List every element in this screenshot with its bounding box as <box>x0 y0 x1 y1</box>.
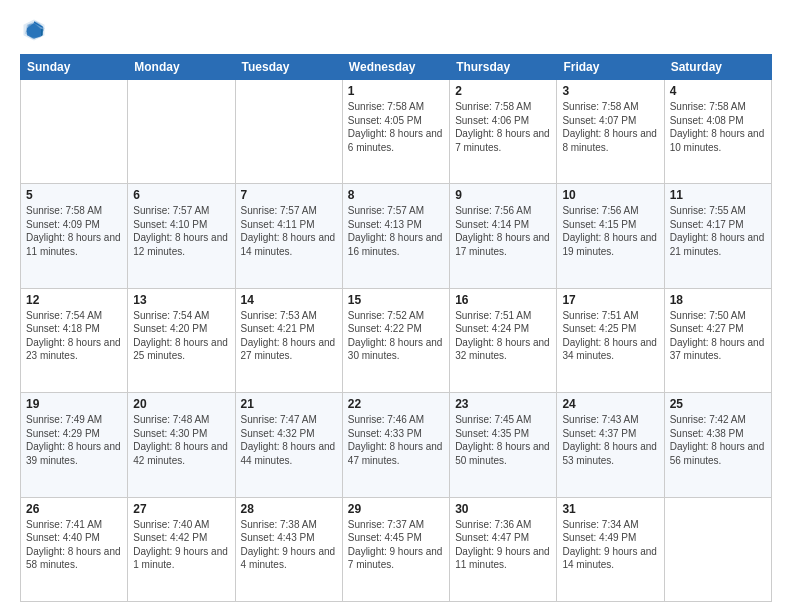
day-number: 28 <box>241 502 337 516</box>
day-number: 3 <box>562 84 658 98</box>
day-number: 2 <box>455 84 551 98</box>
day-info: Sunrise: 7:38 AM Sunset: 4:43 PM Dayligh… <box>241 518 337 572</box>
calendar-week-2: 5Sunrise: 7:58 AM Sunset: 4:09 PM Daylig… <box>21 184 772 288</box>
calendar-cell <box>235 80 342 184</box>
day-info: Sunrise: 7:45 AM Sunset: 4:35 PM Dayligh… <box>455 413 551 467</box>
weekday-header-friday: Friday <box>557 55 664 80</box>
day-number: 17 <box>562 293 658 307</box>
calendar-cell: 25Sunrise: 7:42 AM Sunset: 4:38 PM Dayli… <box>664 393 771 497</box>
day-number: 8 <box>348 188 444 202</box>
calendar-cell: 2Sunrise: 7:58 AM Sunset: 4:06 PM Daylig… <box>450 80 557 184</box>
calendar-cell: 7Sunrise: 7:57 AM Sunset: 4:11 PM Daylig… <box>235 184 342 288</box>
calendar-cell: 15Sunrise: 7:52 AM Sunset: 4:22 PM Dayli… <box>342 288 449 392</box>
calendar-cell: 29Sunrise: 7:37 AM Sunset: 4:45 PM Dayli… <box>342 497 449 601</box>
calendar-cell: 6Sunrise: 7:57 AM Sunset: 4:10 PM Daylig… <box>128 184 235 288</box>
calendar-table: SundayMondayTuesdayWednesdayThursdayFrid… <box>20 54 772 602</box>
calendar-cell: 22Sunrise: 7:46 AM Sunset: 4:33 PM Dayli… <box>342 393 449 497</box>
calendar-cell: 30Sunrise: 7:36 AM Sunset: 4:47 PM Dayli… <box>450 497 557 601</box>
day-info: Sunrise: 7:58 AM Sunset: 4:07 PM Dayligh… <box>562 100 658 154</box>
calendar-cell: 23Sunrise: 7:45 AM Sunset: 4:35 PM Dayli… <box>450 393 557 497</box>
calendar-cell: 16Sunrise: 7:51 AM Sunset: 4:24 PM Dayli… <box>450 288 557 392</box>
day-info: Sunrise: 7:52 AM Sunset: 4:22 PM Dayligh… <box>348 309 444 363</box>
day-number: 14 <box>241 293 337 307</box>
calendar-cell: 5Sunrise: 7:58 AM Sunset: 4:09 PM Daylig… <box>21 184 128 288</box>
day-number: 9 <box>455 188 551 202</box>
calendar-cell: 10Sunrise: 7:56 AM Sunset: 4:15 PM Dayli… <box>557 184 664 288</box>
day-info: Sunrise: 7:49 AM Sunset: 4:29 PM Dayligh… <box>26 413 122 467</box>
day-info: Sunrise: 7:37 AM Sunset: 4:45 PM Dayligh… <box>348 518 444 572</box>
day-info: Sunrise: 7:48 AM Sunset: 4:30 PM Dayligh… <box>133 413 229 467</box>
day-number: 4 <box>670 84 766 98</box>
calendar-cell: 21Sunrise: 7:47 AM Sunset: 4:32 PM Dayli… <box>235 393 342 497</box>
weekday-header-tuesday: Tuesday <box>235 55 342 80</box>
calendar-cell <box>21 80 128 184</box>
calendar-cell: 27Sunrise: 7:40 AM Sunset: 4:42 PM Dayli… <box>128 497 235 601</box>
weekday-header-monday: Monday <box>128 55 235 80</box>
day-info: Sunrise: 7:55 AM Sunset: 4:17 PM Dayligh… <box>670 204 766 258</box>
day-number: 23 <box>455 397 551 411</box>
day-number: 16 <box>455 293 551 307</box>
day-number: 24 <box>562 397 658 411</box>
calendar-cell: 4Sunrise: 7:58 AM Sunset: 4:08 PM Daylig… <box>664 80 771 184</box>
day-number: 22 <box>348 397 444 411</box>
page: SundayMondayTuesdayWednesdayThursdayFrid… <box>0 0 792 612</box>
calendar-week-4: 19Sunrise: 7:49 AM Sunset: 4:29 PM Dayli… <box>21 393 772 497</box>
day-number: 6 <box>133 188 229 202</box>
day-number: 15 <box>348 293 444 307</box>
calendar-cell: 24Sunrise: 7:43 AM Sunset: 4:37 PM Dayli… <box>557 393 664 497</box>
day-number: 21 <box>241 397 337 411</box>
calendar-week-5: 26Sunrise: 7:41 AM Sunset: 4:40 PM Dayli… <box>21 497 772 601</box>
calendar-cell: 31Sunrise: 7:34 AM Sunset: 4:49 PM Dayli… <box>557 497 664 601</box>
day-number: 30 <box>455 502 551 516</box>
day-number: 10 <box>562 188 658 202</box>
calendar-cell <box>664 497 771 601</box>
day-info: Sunrise: 7:56 AM Sunset: 4:14 PM Dayligh… <box>455 204 551 258</box>
day-info: Sunrise: 7:57 AM Sunset: 4:13 PM Dayligh… <box>348 204 444 258</box>
day-info: Sunrise: 7:42 AM Sunset: 4:38 PM Dayligh… <box>670 413 766 467</box>
day-info: Sunrise: 7:58 AM Sunset: 4:06 PM Dayligh… <box>455 100 551 154</box>
calendar-week-1: 1Sunrise: 7:58 AM Sunset: 4:05 PM Daylig… <box>21 80 772 184</box>
day-number: 20 <box>133 397 229 411</box>
calendar-cell: 20Sunrise: 7:48 AM Sunset: 4:30 PM Dayli… <box>128 393 235 497</box>
calendar-cell: 3Sunrise: 7:58 AM Sunset: 4:07 PM Daylig… <box>557 80 664 184</box>
day-info: Sunrise: 7:51 AM Sunset: 4:25 PM Dayligh… <box>562 309 658 363</box>
logo-icon <box>20 16 48 44</box>
day-number: 5 <box>26 188 122 202</box>
day-info: Sunrise: 7:58 AM Sunset: 4:09 PM Dayligh… <box>26 204 122 258</box>
header <box>20 16 772 44</box>
day-info: Sunrise: 7:50 AM Sunset: 4:27 PM Dayligh… <box>670 309 766 363</box>
day-number: 11 <box>670 188 766 202</box>
calendar-cell: 17Sunrise: 7:51 AM Sunset: 4:25 PM Dayli… <box>557 288 664 392</box>
day-number: 13 <box>133 293 229 307</box>
day-number: 18 <box>670 293 766 307</box>
weekday-header-sunday: Sunday <box>21 55 128 80</box>
day-number: 26 <box>26 502 122 516</box>
day-info: Sunrise: 7:40 AM Sunset: 4:42 PM Dayligh… <box>133 518 229 572</box>
logo <box>20 16 52 44</box>
day-info: Sunrise: 7:57 AM Sunset: 4:11 PM Dayligh… <box>241 204 337 258</box>
calendar-cell: 28Sunrise: 7:38 AM Sunset: 4:43 PM Dayli… <box>235 497 342 601</box>
day-info: Sunrise: 7:34 AM Sunset: 4:49 PM Dayligh… <box>562 518 658 572</box>
day-info: Sunrise: 7:41 AM Sunset: 4:40 PM Dayligh… <box>26 518 122 572</box>
weekday-header-thursday: Thursday <box>450 55 557 80</box>
day-info: Sunrise: 7:54 AM Sunset: 4:20 PM Dayligh… <box>133 309 229 363</box>
calendar-cell: 12Sunrise: 7:54 AM Sunset: 4:18 PM Dayli… <box>21 288 128 392</box>
day-info: Sunrise: 7:51 AM Sunset: 4:24 PM Dayligh… <box>455 309 551 363</box>
day-number: 12 <box>26 293 122 307</box>
calendar-cell: 13Sunrise: 7:54 AM Sunset: 4:20 PM Dayli… <box>128 288 235 392</box>
day-number: 19 <box>26 397 122 411</box>
day-number: 31 <box>562 502 658 516</box>
weekday-header-saturday: Saturday <box>664 55 771 80</box>
day-info: Sunrise: 7:53 AM Sunset: 4:21 PM Dayligh… <box>241 309 337 363</box>
day-info: Sunrise: 7:54 AM Sunset: 4:18 PM Dayligh… <box>26 309 122 363</box>
day-number: 25 <box>670 397 766 411</box>
day-info: Sunrise: 7:47 AM Sunset: 4:32 PM Dayligh… <box>241 413 337 467</box>
weekday-header-wednesday: Wednesday <box>342 55 449 80</box>
day-number: 27 <box>133 502 229 516</box>
day-info: Sunrise: 7:36 AM Sunset: 4:47 PM Dayligh… <box>455 518 551 572</box>
calendar-cell: 11Sunrise: 7:55 AM Sunset: 4:17 PM Dayli… <box>664 184 771 288</box>
weekday-header-row: SundayMondayTuesdayWednesdayThursdayFrid… <box>21 55 772 80</box>
calendar-cell: 19Sunrise: 7:49 AM Sunset: 4:29 PM Dayli… <box>21 393 128 497</box>
calendar-cell: 26Sunrise: 7:41 AM Sunset: 4:40 PM Dayli… <box>21 497 128 601</box>
day-info: Sunrise: 7:58 AM Sunset: 4:08 PM Dayligh… <box>670 100 766 154</box>
